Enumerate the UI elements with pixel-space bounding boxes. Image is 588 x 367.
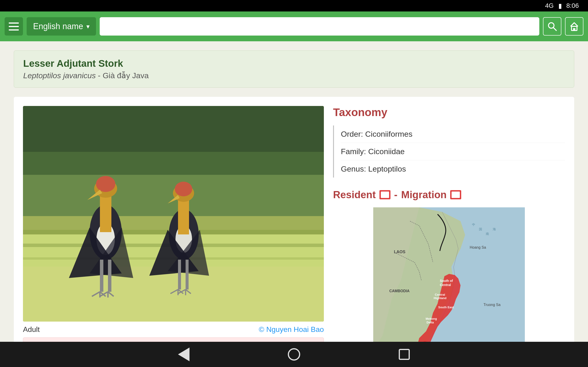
taxonomy-genus: Genus: Leptoptilos [341, 160, 565, 177]
taxonomy-title: Taxonomy [333, 106, 565, 119]
svg-text:Delta: Delta [426, 321, 434, 324]
left-column: Adult © Nguyen Hoai Bao [23, 106, 324, 367]
bird-vietnamese-name: Già đẫy Java [103, 71, 149, 80]
birds-illustration [23, 106, 324, 322]
svg-text:Truong Sa: Truong Sa [484, 303, 501, 307]
resident-map-icon[interactable] [380, 190, 390, 199]
svg-point-25 [175, 182, 192, 196]
taxonomy-family: Family: Ciconiidae [341, 143, 565, 160]
back-button[interactable] [174, 345, 193, 364]
home-button[interactable] [565, 17, 583, 35]
search-icon [547, 21, 557, 31]
bottom-nav-bar [0, 342, 588, 367]
resident-migration-heading: Resident - Migration [333, 189, 565, 200]
svg-text:LAOS: LAOS [394, 250, 405, 254]
hamburger-button[interactable] [5, 17, 23, 35]
svg-text:CAMBODIA: CAMBODIA [389, 289, 409, 293]
svg-rect-3 [573, 28, 575, 31]
home-icon [569, 21, 579, 31]
recent-apps-button[interactable] [395, 345, 414, 364]
svg-text:South of: South of [440, 279, 453, 283]
svg-text:海: 海 [493, 227, 496, 231]
svg-point-18 [96, 176, 115, 192]
home-nav-button[interactable] [285, 345, 303, 364]
time-display: 8:06 [566, 2, 579, 9]
bird-card-header: Lesser Adjutant Stork Leptoptilos javani… [14, 50, 574, 88]
taxonomy-list: Order: Ciconiiformes Family: Ciconiidae … [333, 125, 565, 177]
caption-adult-label: Adult [23, 325, 40, 334]
svg-line-1 [553, 27, 556, 31]
battery-icon: ▮ [558, 2, 562, 10]
svg-rect-20 [108, 260, 111, 292]
svg-text:Hoang Sa: Hoang Sa [470, 245, 486, 249]
dropdown-arrow-icon: ▾ [86, 23, 90, 30]
main-bird-image[interactable] [23, 106, 324, 322]
caption-credit-text: © Nguyen Hoai Bao [259, 325, 324, 334]
language-dropdown-label: English name [33, 22, 83, 31]
bird-name-separator: - [98, 71, 103, 80]
resident-map-icon-inner [381, 192, 389, 198]
svg-text:Central: Central [435, 293, 445, 296]
separator-dash: - [394, 189, 398, 200]
bird-latin-name: Leptoptilos javanicus - Già đẫy Java [23, 71, 565, 80]
svg-rect-26 [178, 260, 181, 290]
hamburger-line-1 [9, 23, 19, 24]
image-caption: Adult © Nguyen Hoai Bao [23, 322, 324, 337]
bird-english-name: Lesser Adjutant Stork [23, 58, 565, 69]
signal-indicator: 4G [545, 2, 553, 9]
taxonomy-order: Order: Ciconiiformes [341, 125, 565, 143]
right-column: Taxonomy Order: Ciconiiformes Family: Ci… [333, 106, 565, 367]
migration-map-icon[interactable] [450, 190, 461, 199]
svg-text:Highland: Highland [434, 296, 447, 300]
content-row: Adult © Nguyen Hoai Bao [14, 97, 574, 367]
top-navbar: English name ▾ [0, 11, 588, 41]
svg-text:South East: South East [438, 306, 454, 309]
svg-rect-13 [23, 267, 324, 322]
migration-label: Migration [401, 189, 447, 200]
language-dropdown-button[interactable]: English name ▾ [27, 17, 96, 35]
home-nav-icon [288, 348, 300, 361]
distribution-map[interactable]: LAOS CAMBODIA Hoang Sa Truong Sa South o… [333, 207, 565, 350]
resident-label: Resident [333, 189, 376, 200]
hamburger-line-3 [9, 29, 19, 31]
bird-photo-background [23, 106, 324, 322]
svg-text:Mekong: Mekong [426, 317, 437, 320]
bird-latin-italic: Leptoptilos javanicus [23, 71, 96, 80]
search-input[interactable] [100, 17, 539, 35]
migration-map-icon-inner [451, 192, 460, 198]
hamburger-line-2 [9, 26, 19, 27]
search-button[interactable] [543, 17, 561, 35]
main-content: Lesser Adjutant Stork Leptoptilos javani… [0, 41, 588, 367]
svg-text:南: 南 [486, 232, 489, 236]
svg-rect-6 [23, 152, 324, 175]
svg-text:Central: Central [440, 283, 451, 287]
status-bar: 4G ▮ 8:06 [0, 0, 588, 11]
svg-rect-27 [186, 260, 189, 290]
back-icon [178, 348, 190, 361]
svg-rect-19 [100, 260, 103, 292]
svg-text:国: 国 [479, 227, 482, 231]
svg-text:中: 中 [472, 223, 475, 226]
recent-apps-icon [399, 349, 410, 360]
map-svg: LAOS CAMBODIA Hoang Sa Truong Sa South o… [333, 207, 565, 350]
